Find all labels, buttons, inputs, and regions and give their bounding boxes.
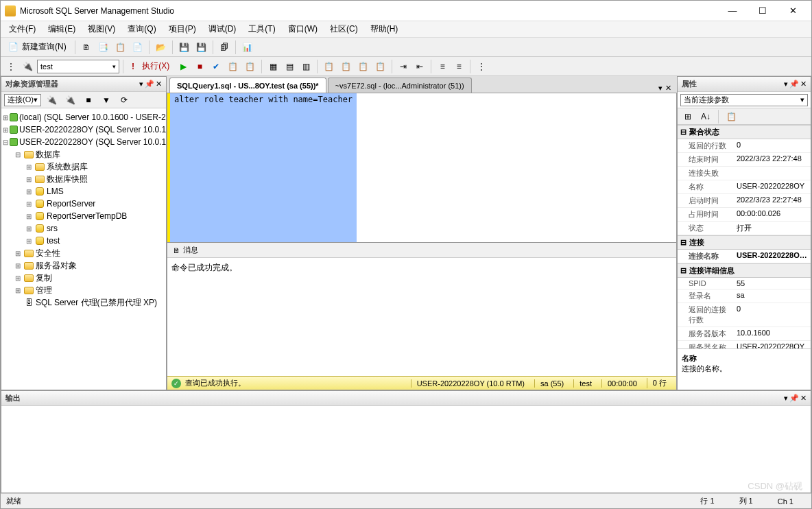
prop-row[interactable]: SPID55	[678, 278, 811, 289]
parse-button[interactable]: ✔	[208, 59, 224, 74]
stop-icon[interactable]: ■	[81, 93, 96, 108]
expander-icon[interactable]: ⊟	[14, 151, 22, 158]
toolbar-btn[interactable]: 📑	[95, 40, 111, 55]
database-combo[interactable]: test▾	[37, 60, 119, 73]
open-button[interactable]: 📂	[153, 40, 169, 55]
expander-icon[interactable]: ⊞	[14, 250, 22, 257]
expander-icon[interactable]: ⊞	[25, 200, 33, 208]
expander-icon[interactable]: ⊞	[14, 287, 22, 294]
filter-icon[interactable]: ▼	[99, 93, 114, 108]
prop-row[interactable]: 服务器名称USER-20220228OY	[678, 341, 811, 348]
properties-target-combo[interactable]: 当前连接参数▾	[680, 94, 808, 106]
expander-icon[interactable]: ⊟	[3, 139, 8, 146]
collapse-icon[interactable]: ⊟	[680, 266, 686, 275]
menu-edit[interactable]: 编辑(E)	[43, 21, 81, 37]
new-query-button[interactable]: 📄新建查询(N)	[3, 40, 71, 55]
activity-icon[interactable]: 📊	[239, 40, 255, 55]
tabstrip-close-icon[interactable]: ✕	[665, 84, 671, 93]
save-all-button[interactable]: 💾	[193, 40, 209, 55]
prop-row[interactable]: 返回的连接行数0	[678, 303, 811, 327]
tabstrip-dropdown-icon[interactable]: ▾	[658, 84, 662, 93]
toolbar-btn[interactable]: 🗐	[217, 40, 232, 55]
toolbar-btn[interactable]: 📋	[242, 59, 258, 74]
prop-row[interactable]: 返回的行数0	[678, 139, 811, 153]
maximize-button[interactable]: ☐	[748, 2, 777, 20]
prop-row[interactable]: 结束时间2022/3/23 22:27:48	[678, 153, 811, 167]
collapse-icon[interactable]: ⊟	[680, 128, 686, 137]
prop-row[interactable]: 登录名sa	[678, 289, 811, 303]
comment-button[interactable]: ≡	[435, 59, 450, 74]
tree-server-node[interactable]: ⊞USER-20220228OY (SQL Server 10.0.1600	[1, 123, 166, 136]
pin-icon[interactable]: 📌	[789, 394, 799, 403]
dropdown-icon[interactable]: ▾	[784, 80, 788, 88]
tree-server-node[interactable]: ⊞(local) (SQL Server 10.0.1600 - USER-20…	[1, 111, 166, 123]
prop-row[interactable]: 名称USER-20220228OY	[678, 180, 811, 194]
prop-category[interactable]: ⊟连接详细信息	[678, 263, 811, 278]
prop-row[interactable]: 连接失败	[678, 167, 811, 180]
tab-sqlquery1[interactable]: SQLQuery1.sql - US...8OY.test (sa (55))*	[169, 78, 326, 93]
pin-icon[interactable]: 📌	[145, 80, 154, 88]
expander-icon[interactable]: ⊞	[25, 213, 33, 220]
prop-row[interactable]: 连接名称USER-20220228OY (	[678, 250, 811, 263]
tree-folder-node[interactable]: ⊞服务器对象	[1, 259, 166, 272]
menu-debug[interactable]: 调试(D)	[203, 21, 242, 37]
execute-button[interactable]: ! 执行(X)	[127, 59, 174, 74]
uncomment-button[interactable]: ≡	[451, 59, 466, 74]
tree-folder-node[interactable]: ⊞系统数据库	[1, 161, 166, 173]
tree-server-node[interactable]: ⊟USER-20220228OY (SQL Server 10.0.1600	[1, 136, 166, 148]
expander-icon[interactable]: ⊞	[25, 188, 33, 196]
messages-tab[interactable]: 🗎消息	[167, 243, 676, 258]
pin-icon[interactable]: 📌	[789, 80, 799, 88]
alphabetical-button[interactable]: A↓	[698, 109, 713, 124]
disconnect-icon[interactable]: 🔌	[62, 93, 78, 108]
menu-view[interactable]: 视图(V)	[82, 21, 121, 37]
stop-button[interactable]: ■	[192, 59, 207, 74]
collapse-icon[interactable]: ⊟	[680, 238, 686, 247]
toolbar-btn[interactable]: 📋	[372, 59, 388, 74]
close-icon[interactable]: ✕	[156, 80, 162, 88]
dropdown-icon[interactable]: ▾	[784, 394, 788, 403]
toolbar-btn[interactable]: 📋	[112, 40, 128, 55]
sql-editor[interactable]: alter role teacher with name=Teacher	[167, 93, 677, 243]
tree-folder-node[interactable]: ⊞安全性	[1, 247, 166, 259]
categorize-button[interactable]: ⊞	[680, 109, 695, 124]
menu-community[interactable]: 社区(C)	[324, 21, 363, 37]
expander-icon[interactable]: ⊞	[14, 262, 22, 270]
results-text-button[interactable]: ▤	[282, 59, 297, 74]
close-icon[interactable]: ✕	[800, 394, 807, 403]
results-grid-button[interactable]: ▦	[265, 59, 280, 74]
expander-icon[interactable]: ⊞	[25, 237, 33, 245]
prop-row[interactable]: 占用时间00:00:00.026	[678, 208, 811, 222]
prop-category[interactable]: ⊟连接	[678, 235, 811, 250]
toolbar-btn[interactable]: 🗎	[79, 40, 94, 55]
tree-agent-node[interactable]: 🗄SQL Server 代理(已禁用代理 XP)	[1, 296, 166, 309]
expander-icon[interactable]: ⊞	[3, 126, 8, 134]
output-body[interactable]	[1, 406, 811, 493]
menu-help[interactable]: 帮助(H)	[365, 21, 404, 37]
prop-category[interactable]: ⊟聚合状态	[678, 125, 811, 139]
menu-window[interactable]: 窗口(W)	[283, 21, 323, 37]
tree-db-node[interactable]: ⊞test	[1, 235, 166, 247]
prop-row[interactable]: 启动时间2022/3/23 22:27:48	[678, 194, 811, 208]
tree-databases-node[interactable]: ⊟数据库	[1, 148, 166, 161]
properties-btn[interactable]: 📋	[724, 109, 739, 124]
menu-project[interactable]: 项目(P)	[163, 21, 202, 37]
properties-grid[interactable]: ⊟聚合状态 返回的行数0 结束时间2022/3/23 22:27:48 连接失败…	[678, 125, 811, 348]
prop-row[interactable]: 服务器版本10.0.1600	[678, 327, 811, 341]
expander-icon[interactable]: ⊞	[25, 163, 33, 171]
toolbar-btn[interactable]: 📄	[130, 40, 145, 55]
tree-folder-node[interactable]: ⊞数据库快照	[1, 173, 166, 185]
dropdown-icon[interactable]: ▾	[139, 80, 143, 88]
tree-db-node[interactable]: ⊞ReportServer	[1, 198, 166, 210]
connect-combo[interactable]: 连接(O) ▾	[4, 94, 41, 106]
toolbar-btn[interactable]: ⋮	[474, 59, 489, 74]
close-button[interactable]: ✕	[778, 2, 807, 20]
menu-tools[interactable]: 工具(T)	[243, 21, 280, 37]
debug-button[interactable]: ▶	[176, 59, 191, 74]
tree-db-node[interactable]: ⊞ReportServerTempDB	[1, 210, 166, 222]
menu-file[interactable]: 文件(F)	[3, 21, 41, 37]
tree-db-node[interactable]: ⊞LMS	[1, 185, 166, 198]
editor-content[interactable]: alter role teacher with name=Teacher	[170, 93, 357, 242]
tree-folder-node[interactable]: ⊞管理	[1, 284, 166, 296]
indent-button[interactable]: ⇥	[396, 59, 411, 74]
